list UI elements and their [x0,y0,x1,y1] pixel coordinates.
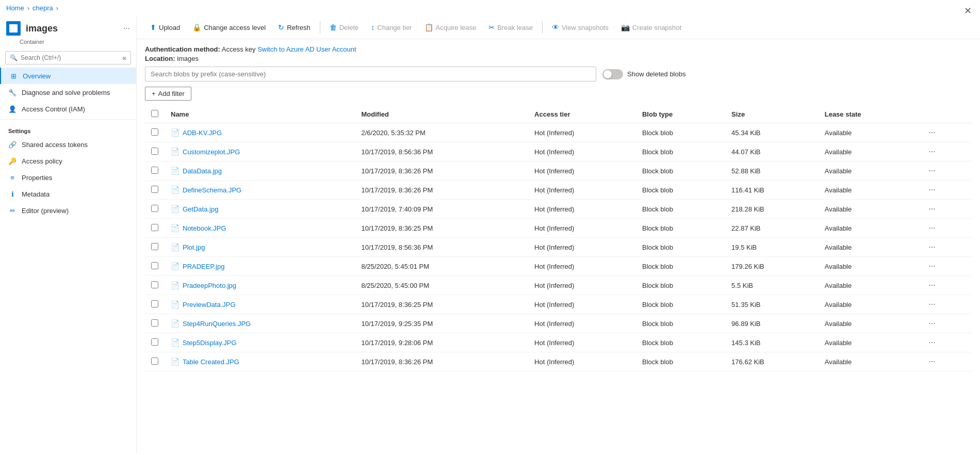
row-more-button-6[interactable]: ··· [925,241,938,253]
select-all-checkbox[interactable] [151,110,158,117]
show-deleted-toggle[interactable] [602,69,623,79]
row-checkbox-7[interactable] [151,262,158,269]
row-name-11: 📄 Step5Display.JPG [165,333,355,352]
add-filter-button[interactable]: + Add filter [145,87,191,101]
table-row: 📄 PreviewData.JPG 10/17/2019, 8:36:25 PM… [145,295,972,314]
row-access-tier-5: Hot (Inferred) [528,219,636,238]
blob-name-link-7[interactable]: 📄 PRADEEP.jpg [171,262,349,270]
row-more-button-7[interactable]: ··· [925,261,938,272]
row-more-button-3[interactable]: ··· [925,184,938,196]
row-checkbox-0[interactable] [151,128,158,136]
row-more-button-0[interactable]: ··· [925,127,938,138]
sidebar-item-editor[interactable]: ✏ Editor (preview) [0,202,136,219]
sidebar-item-metadata[interactable]: ℹ Metadata [0,186,136,202]
blob-name-link-8[interactable]: 📄 PradeepPhoto.jpg [171,281,349,289]
switch-auth-link[interactable]: Switch to Azure AD User Account [257,45,356,53]
blob-name-link-9[interactable]: 📄 PreviewData.JPG [171,300,349,308]
row-name-10: 📄 Step4RunQueries.JPG [165,314,355,333]
change-tier-button[interactable]: ↕ Change tier [366,20,417,35]
row-more-button-11[interactable]: ··· [925,337,938,348]
row-checkbox-12[interactable] [151,358,158,365]
sidebar-item-overview[interactable]: ⊞ Overview [0,68,136,84]
row-checkbox-8[interactable] [151,281,158,288]
row-checkbox-6[interactable] [151,243,158,250]
row-more-button-8[interactable]: ··· [925,280,938,291]
acquire-lease-button[interactable]: 📋 Acquire lease [419,20,482,35]
blob-name-link-11[interactable]: 📄 Step5Display.JPG [171,338,349,347]
blob-name-link-12[interactable]: 📄 Table Created.JPG [171,358,349,366]
create-snapshot-button[interactable]: 📷 Create snapshot [616,20,687,35]
table-row: 📄 Table Created.JPG 10/17/2019, 8:36:26 … [145,352,972,371]
collapse-button[interactable]: « [122,54,126,62]
row-checkbox-cell [145,257,165,276]
row-size-2: 52.88 KiB [725,161,819,181]
row-blob-type-3: Block blob [636,181,725,200]
blob-name-link-5[interactable]: 📄 Notebook.JPG [171,224,349,232]
blob-name-link-2[interactable]: 📄 DataData.jpg [171,167,349,175]
row-size-8: 5.5 KiB [725,276,819,295]
row-checkbox-1[interactable] [151,148,158,155]
row-checkbox-2[interactable] [151,167,158,174]
row-lease-state-4: Available [819,200,920,219]
row-more-button-5[interactable]: ··· [925,222,938,234]
sidebar: images ··· Container 🔍 « ⊞ Overview 🔧 Di… [0,16,137,453]
row-more-button-2[interactable]: ··· [925,165,938,176]
row-checkbox-11[interactable] [151,338,158,346]
row-checkbox-5[interactable] [151,224,158,231]
row-modified-4: 10/17/2019, 7:40:09 PM [355,200,529,219]
row-more-1: ··· [919,142,972,161]
blob-name-link-3[interactable]: 📄 DefineSchema.JPG [171,186,349,194]
sidebar-search-input[interactable] [21,54,119,61]
file-icon-5: 📄 [171,224,179,232]
row-blob-type-11: Block blob [636,333,725,352]
breadcrumb-home[interactable]: Home [6,4,24,12]
blob-search-input[interactable] [145,67,596,82]
row-more-button-10[interactable]: ··· [925,318,938,329]
break-lease-button[interactable]: ✂ Break lease [483,20,538,35]
break-lease-icon: ✂ [488,23,495,31]
row-more-button-9[interactable]: ··· [925,299,938,310]
shared-access-icon: 🔗 [8,140,17,149]
sidebar-item-access-policy[interactable]: 🔑 Access policy [0,153,136,169]
blob-name-link-6[interactable]: 📄 Plot.jpg [171,243,349,251]
sidebar-item-properties[interactable]: ≡ Properties [0,169,136,186]
refresh-button[interactable]: ↻ Refresh [273,20,316,35]
auth-location-value: images [177,55,199,62]
file-icon-4: 📄 [171,205,179,213]
sidebar-item-iam-label: Access Control (IAM) [22,105,85,113]
breadcrumb-parent[interactable]: chepra [32,4,53,12]
delete-button[interactable]: 🗑 Delete [324,20,364,35]
row-checkbox-9[interactable] [151,300,158,307]
table-row: 📄 Customizeplot.JPG 10/17/2019, 8:56:36 … [145,142,972,161]
breadcrumb-sep1: › [27,4,29,12]
upload-button[interactable]: ⬆ Upload [145,20,185,35]
change-access-button[interactable]: 🔒 Change access level [187,20,271,35]
row-checkbox-10[interactable] [151,319,158,327]
sidebar-item-overview-label: Overview [23,72,51,80]
sidebar-more-button[interactable]: ··· [123,24,130,33]
sidebar-item-iam[interactable]: 👤 Access Control (IAM) [0,101,136,117]
row-more-7: ··· [919,257,972,276]
blob-name-link-4[interactable]: 📄 GetData.jpg [171,205,349,213]
row-blob-type-10: Block blob [636,314,725,333]
sidebar-item-diagnose[interactable]: 🔧 Diagnose and solve problems [0,84,136,101]
close-button[interactable]: ✕ [964,5,972,17]
blob-name-link-10[interactable]: 📄 Step4RunQueries.JPG [171,319,349,328]
row-checkbox-cell [145,142,165,161]
row-access-tier-9: Hot (Inferred) [528,295,636,314]
row-checkbox-4[interactable] [151,205,158,212]
create-snapshot-icon: 📷 [621,23,630,31]
row-modified-9: 10/17/2019, 8:36:25 PM [355,295,529,314]
row-more-button-12[interactable]: ··· [925,356,938,367]
row-more-button-4[interactable]: ··· [925,203,938,215]
view-snapshots-button[interactable]: 👁 View snapshots [547,20,614,35]
content-area: Authentication method: Access key Switch… [137,39,980,453]
sidebar-item-shared-access-tokens[interactable]: 🔗 Shared access tokens [0,136,136,153]
row-checkbox-3[interactable] [151,186,158,193]
row-checkbox-cell [145,200,165,219]
file-icon-7: 📄 [171,262,179,270]
blob-name-link-1[interactable]: 📄 Customizeplot.JPG [171,148,349,156]
col-access-tier: Access tier [528,106,636,123]
blob-name-link-0[interactable]: 📄 ADB-KV.JPG [171,128,349,137]
row-more-button-1[interactable]: ··· [925,146,938,157]
